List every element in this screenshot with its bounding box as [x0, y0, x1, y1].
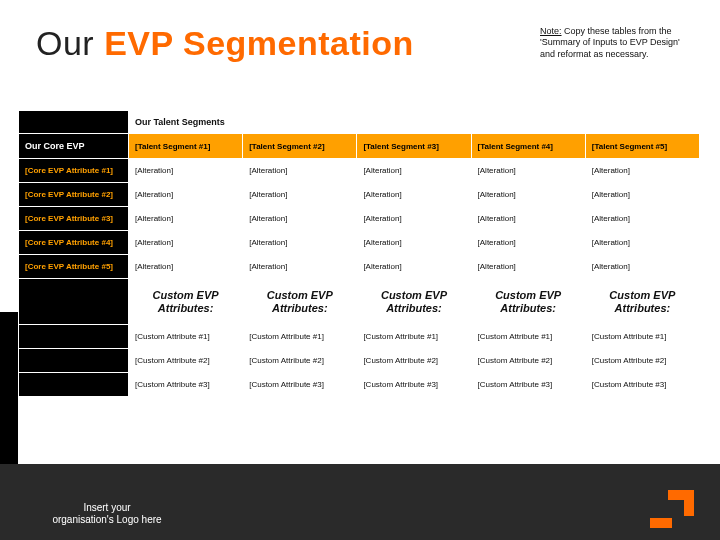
custom-attr-cell: [Custom Attribute #3] — [357, 373, 471, 397]
alteration-cell: [Alteration] — [243, 255, 357, 279]
table-row: [Core EVP Attribute #4] [Alteration] [Al… — [19, 231, 700, 255]
alteration-cell: [Alteration] — [243, 231, 357, 255]
logo-placeholder: Insert your organisation's Logo here — [52, 502, 162, 526]
custom-attr-cell: [Custom Attribute #1] — [471, 325, 585, 349]
core-attr-label: [Core EVP Attribute #3] — [19, 207, 129, 231]
segment-header: [Talent Segment #3] — [357, 134, 471, 159]
custom-attr-cell: [Custom Attribute #1] — [243, 325, 357, 349]
table-row: [Custom Attribute #2] [Custom Attribute … — [19, 349, 700, 373]
blank-cell — [19, 111, 129, 134]
table-row: [Custom Attribute #1] [Custom Attribute … — [19, 325, 700, 349]
alteration-cell: [Alteration] — [585, 183, 699, 207]
segment-header: [Talent Segment #5] — [585, 134, 699, 159]
alteration-cell: [Alteration] — [357, 231, 471, 255]
core-attr-label: [Core EVP Attribute #4] — [19, 231, 129, 255]
blank-cell — [19, 279, 129, 325]
core-evp-label: Our Core EVP — [19, 134, 129, 159]
alteration-cell: [Alteration] — [357, 159, 471, 183]
custom-attr-cell: [Custom Attribute #2] — [357, 349, 471, 373]
core-attr-label: [Core EVP Attribute #5] — [19, 255, 129, 279]
alteration-cell: [Alteration] — [471, 255, 585, 279]
alteration-cell: [Alteration] — [129, 255, 243, 279]
blank-cell — [19, 373, 129, 397]
alteration-cell: [Alteration] — [129, 207, 243, 231]
custom-attr-cell: [Custom Attribute #2] — [585, 349, 699, 373]
table-row: Custom EVP Attributes: Custom EVP Attrib… — [19, 279, 700, 325]
custom-attr-title: Custom EVP Attributes: — [585, 279, 699, 325]
table-row: [Custom Attribute #3] [Custom Attribute … — [19, 373, 700, 397]
alteration-cell: [Alteration] — [471, 183, 585, 207]
custom-attr-cell: [Custom Attribute #3] — [585, 373, 699, 397]
title-text-left: Our — [36, 24, 104, 62]
segmentation-table: Our Talent Segments Our Core EVP [Talent… — [18, 110, 700, 397]
title-text-highlight: EVP Segmentation — [104, 24, 414, 62]
alteration-cell: [Alteration] — [243, 159, 357, 183]
segmentation-table-wrap: Our Talent Segments Our Core EVP [Talent… — [18, 110, 700, 397]
table-row: Our Talent Segments — [19, 111, 700, 134]
table-row: Our Core EVP [Talent Segment #1] [Talent… — [19, 134, 700, 159]
table-row: [Core EVP Attribute #5] [Alteration] [Al… — [19, 255, 700, 279]
core-attr-label: [Core EVP Attribute #1] — [19, 159, 129, 183]
table-row: [Core EVP Attribute #3] [Alteration] [Al… — [19, 207, 700, 231]
custom-attr-cell: [Custom Attribute #1] — [585, 325, 699, 349]
custom-attr-cell: [Custom Attribute #1] — [357, 325, 471, 349]
alteration-cell: [Alteration] — [243, 183, 357, 207]
table-row: [Core EVP Attribute #2] [Alteration] [Al… — [19, 183, 700, 207]
core-attr-label: [Core EVP Attribute #2] — [19, 183, 129, 207]
custom-attr-cell: [Custom Attribute #2] — [471, 349, 585, 373]
alteration-cell: [Alteration] — [129, 159, 243, 183]
custom-attr-cell: [Custom Attribute #3] — [471, 373, 585, 397]
alteration-cell: [Alteration] — [357, 255, 471, 279]
custom-attr-title: Custom EVP Attributes: — [471, 279, 585, 325]
custom-attr-title: Custom EVP Attributes: — [243, 279, 357, 325]
brand-logo-icon — [650, 484, 694, 528]
note-text: Copy these tables from the 'Summary of I… — [540, 26, 680, 59]
custom-attr-cell: [Custom Attribute #2] — [243, 349, 357, 373]
blank-cell — [19, 349, 129, 373]
alteration-cell: [Alteration] — [357, 207, 471, 231]
custom-attr-title: Custom EVP Attributes: — [129, 279, 243, 325]
alteration-cell: [Alteration] — [585, 159, 699, 183]
custom-attr-cell: [Custom Attribute #2] — [129, 349, 243, 373]
talent-segments-header: Our Talent Segments — [129, 111, 700, 134]
alteration-cell: [Alteration] — [129, 231, 243, 255]
segment-header: [Talent Segment #4] — [471, 134, 585, 159]
alteration-cell: [Alteration] — [357, 183, 471, 207]
alteration-cell: [Alteration] — [585, 207, 699, 231]
alteration-cell: [Alteration] — [243, 207, 357, 231]
note-box: Note: Copy these tables from the 'Summar… — [540, 26, 690, 60]
segment-header: [Talent Segment #1] — [129, 134, 243, 159]
custom-attr-cell: [Custom Attribute #3] — [129, 373, 243, 397]
custom-attr-title: Custom EVP Attributes: — [357, 279, 471, 325]
custom-attr-cell: [Custom Attribute #1] — [129, 325, 243, 349]
alteration-cell: [Alteration] — [471, 231, 585, 255]
custom-attr-cell: [Custom Attribute #3] — [243, 373, 357, 397]
alteration-cell: [Alteration] — [585, 255, 699, 279]
segment-header: [Talent Segment #2] — [243, 134, 357, 159]
table-row: [Core EVP Attribute #1] [Alteration] [Al… — [19, 159, 700, 183]
slide-title: Our EVP Segmentation — [36, 24, 414, 63]
blank-cell — [19, 325, 129, 349]
note-label: Note: — [540, 26, 562, 36]
alteration-cell: [Alteration] — [129, 183, 243, 207]
alteration-cell: [Alteration] — [471, 159, 585, 183]
alteration-cell: [Alteration] — [471, 207, 585, 231]
alteration-cell: [Alteration] — [585, 231, 699, 255]
